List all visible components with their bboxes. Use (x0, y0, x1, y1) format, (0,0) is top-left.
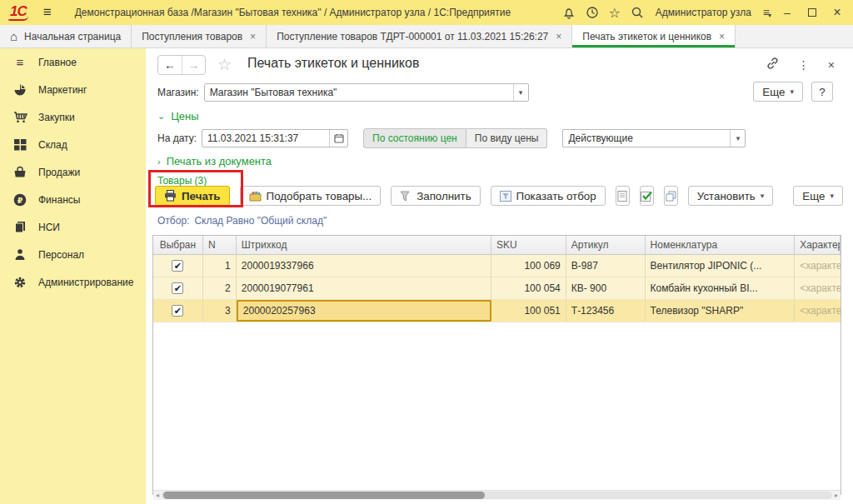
calendar-icon[interactable] (329, 130, 347, 147)
set-button[interactable]: Установить ▾ (688, 186, 773, 206)
scroll-right-arrow-icon[interactable]: ▸ (832, 492, 841, 499)
close-form-icon[interactable]: × (828, 58, 835, 72)
search-icon[interactable] (631, 6, 644, 19)
form-more-button[interactable]: Еще ▾ (753, 82, 803, 102)
cell-characteristic[interactable]: <характеристика> (795, 277, 841, 299)
sidebar-item-administration[interactable]: Администрирование (0, 268, 146, 296)
tab-home[interactable]: ⌂ Начальная страница (0, 25, 132, 47)
date-value: 11.03.2021 15:31:37 (202, 132, 303, 144)
check-all-button[interactable] (640, 186, 654, 206)
current-user[interactable]: Администратор узла (656, 7, 751, 18)
price-type-dropdown-arrow-icon[interactable]: ▾ (730, 130, 745, 147)
horizontal-scrollbar[interactable]: ◂ ▸ (153, 490, 841, 500)
column-header-article[interactable]: Артикул (566, 236, 646, 254)
more-menu-icon[interactable]: ⋮ (798, 58, 810, 72)
sidebar-item-main[interactable]: ≡ Главное (0, 48, 146, 76)
main-menu-icon[interactable]: ≡ (43, 4, 52, 21)
tab-close-icon[interactable]: × (250, 31, 256, 42)
get-link-icon[interactable] (766, 57, 780, 72)
help-button[interactable]: ? (811, 82, 833, 102)
row-checkbox[interactable]: ✔ (172, 260, 183, 272)
scroll-left-arrow-icon[interactable]: ◂ (153, 492, 162, 499)
print-from-document-section-toggle[interactable]: › Печать из документа (157, 155, 272, 167)
favorites-star-icon[interactable]: ☆ (609, 5, 621, 21)
pick-goods-button[interactable]: Подобрать товары... (240, 186, 382, 206)
cell-article[interactable]: КВ- 900 (566, 277, 646, 299)
notifications-bell-icon[interactable] (562, 6, 576, 19)
tab-goods-receipts-list[interactable]: Поступления товаров × (132, 25, 267, 47)
column-header-n[interactable]: N (203, 236, 237, 254)
navigation-buttons: ← → (157, 55, 206, 75)
price-type-value: Действующие (563, 132, 637, 144)
store-combobox[interactable]: Магазин "Бытовая техника" ▾ (204, 83, 529, 102)
cell-article[interactable]: Т-123456 (566, 300, 646, 322)
cell-nomenclature[interactable]: Телевизор "SHARP" (646, 300, 796, 322)
cell-sku[interactable]: 100 054 (491, 277, 566, 299)
column-header-selected[interactable]: Выбран (153, 236, 203, 254)
service-menu-icon[interactable]: ≡▾ (763, 7, 770, 17)
tab-close-icon[interactable]: × (719, 31, 725, 42)
filter-info-line[interactable]: Отбор:Склад Равно "Общий склад" (157, 215, 327, 227)
cell-n[interactable]: 3 (203, 300, 237, 322)
close-window-button[interactable]: × (830, 5, 845, 20)
store-value: Магазин "Бытовая техника" (205, 87, 342, 98)
cell-n[interactable]: 2 (203, 277, 237, 299)
date-input[interactable]: 11.03.2021 15:31:37 (202, 129, 348, 147)
scrollbar-thumb[interactable] (163, 492, 485, 499)
copy-button[interactable] (664, 186, 678, 206)
prices-section-toggle[interactable]: ⌄ Цены (157, 110, 199, 122)
sidebar-item-personnel[interactable]: Персонал (0, 241, 146, 268)
column-header-sku[interactable]: SKU (491, 236, 566, 254)
minimize-button[interactable]: – (780, 5, 795, 20)
cell-barcode[interactable]: 2000019077961 (237, 277, 491, 299)
sidebar-item-label: Финансы (38, 194, 80, 206)
scrollbar-track[interactable] (162, 492, 832, 499)
cell-characteristic[interactable]: <характеристика> (795, 255, 841, 277)
forward-button[interactable]: → (182, 56, 205, 74)
list-settings-button[interactable] (616, 186, 630, 206)
fill-funnel-icon (400, 191, 412, 202)
cell-sku[interactable]: 100 051 (491, 300, 566, 322)
sidebar-item-warehouse[interactable]: Склад (0, 131, 146, 158)
sidebar-item-purchases[interactable]: Закупки (0, 103, 146, 131)
tab-label: Начальная страница (24, 31, 121, 42)
sidebar-item-marketing[interactable]: Маркетинг (0, 76, 146, 103)
back-button[interactable]: ← (158, 56, 182, 74)
column-header-characteristic[interactable]: Характеристика (795, 236, 841, 254)
sidebar-item-sales[interactable]: Продажи (0, 158, 146, 186)
print-button[interactable]: Печать (155, 186, 230, 206)
sidebar-item-finance[interactable]: ₽ Финансы (0, 186, 146, 213)
cell-nomenclature[interactable]: Вентилятор JIPONIC (... (646, 255, 796, 277)
cell-nomenclature[interactable]: Комбайн кухонный BI... (646, 277, 796, 299)
column-header-nomenclature[interactable]: Номенклатура (646, 236, 796, 254)
show-filter-button[interactable]: Показать отбор (491, 186, 606, 206)
reference-data-icon (12, 220, 28, 235)
toolbar-more-button[interactable]: Еще ▾ (793, 186, 843, 206)
cell-barcode-selected[interactable]: 2000020257963 (237, 300, 491, 322)
maximize-button[interactable] (805, 5, 820, 20)
tab-close-icon[interactable]: × (556, 31, 561, 42)
cell-article[interactable]: В-987 (566, 255, 646, 277)
fill-button[interactable]: Заполнить (391, 186, 480, 206)
cell-barcode[interactable]: 2000019337966 (237, 255, 491, 277)
cell-n[interactable]: 1 (203, 255, 237, 277)
sidebar-item-label: Склад (38, 139, 67, 151)
price-type-combobox[interactable]: Действующие ▾ (562, 129, 746, 147)
store-dropdown-arrow-icon[interactable]: ▾ (513, 84, 528, 101)
more-label: Еще (802, 190, 825, 202)
add-to-favorites-star-icon[interactable]: ☆ (217, 55, 232, 74)
row-checkbox[interactable]: ✔ (172, 305, 183, 317)
cell-characteristic[interactable]: <характеристика> (795, 300, 841, 322)
table-row-selected[interactable]: ✔ 3 2000020257963 100 051 Т-123456 Телев… (153, 300, 841, 322)
cell-sku[interactable]: 100 069 (491, 255, 566, 277)
table-row[interactable]: ✔ 2 2000019077961 100 054 КВ- 900 Комбай… (153, 277, 841, 300)
history-icon[interactable] (586, 6, 599, 19)
by-price-kind-toggle[interactable]: По виду цены (466, 128, 548, 148)
sidebar-item-nsi[interactable]: НСИ (0, 213, 146, 241)
by-price-state-toggle[interactable]: По состоянию цен (363, 128, 466, 148)
table-row[interactable]: ✔ 1 2000019337966 100 069 В-987 Вентилят… (153, 255, 841, 277)
row-checkbox[interactable]: ✔ (172, 282, 183, 294)
tab-print-labels[interactable]: Печать этикеток и ценников × (572, 25, 736, 47)
tab-goods-receipt-document[interactable]: Поступление товаров ТДРТ-000001 от 11.03… (267, 25, 572, 47)
column-header-barcode[interactable]: Штрихкод (237, 236, 491, 254)
